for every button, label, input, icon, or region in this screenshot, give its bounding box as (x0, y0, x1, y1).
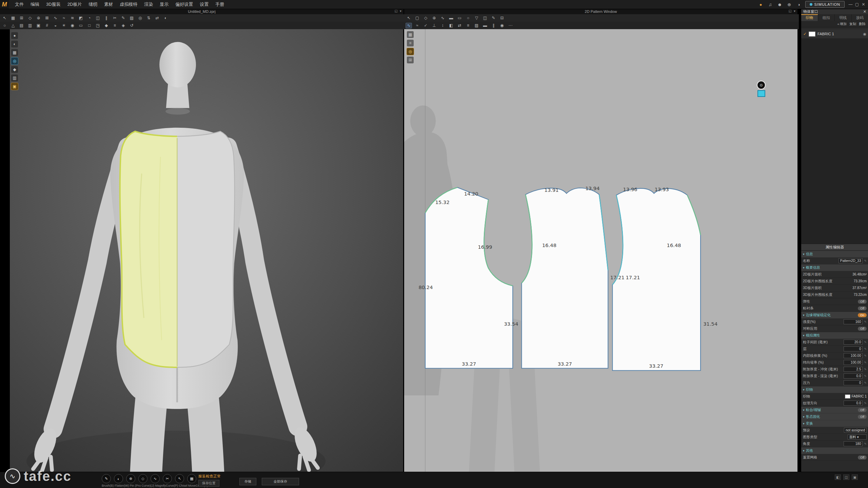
titlebar-3d[interactable]: Untitled_MD.zprj ◱▾ (0, 9, 403, 15)
prop-input[interactable]: 160 (844, 319, 863, 324)
mesh-tool-icon[interactable]: ▦ (187, 474, 196, 483)
view-texture-icon[interactable]: ▣ (11, 83, 18, 90)
pin-box-icon[interactable]: ⊠ (44, 15, 50, 21)
circle-icon[interactable]: ○ (465, 15, 471, 21)
pane-float-icon[interactable]: ◱ (789, 9, 792, 13)
menu-item-2[interactable]: 3D服装 (46, 1, 61, 7)
show-pattern-icon[interactable]: ▦ (407, 31, 414, 38)
grading-icon[interactable]: ≡ (465, 23, 471, 28)
menu-item-0[interactable]: 文件 (15, 1, 24, 7)
pin-show-icon[interactable]: ▣ (35, 23, 42, 28)
edit-pattern-icon[interactable]: ▢ (414, 15, 420, 21)
show-annotation-icon[interactable]: ◎ (407, 48, 414, 55)
free-sew-icon[interactable]: ≈ (61, 15, 67, 21)
view-mesh-icon[interactable]: ▦ (11, 49, 18, 56)
fabric-action-2[interactable]: 删除 (859, 22, 866, 26)
view-garment-icon[interactable]: ◐ (11, 41, 18, 47)
show-grid-icon[interactable]: ⊞ (407, 57, 414, 63)
layout-split-icon[interactable]: ◫ (843, 474, 849, 480)
update-badge-icon[interactable]: ● (758, 2, 764, 7)
camera-icon[interactable]: ◉ (69, 23, 76, 28)
toggle-off[interactable]: Off (858, 300, 867, 304)
tab-1[interactable]: 纽扣 (818, 14, 835, 21)
edit-icon[interactable]: ✎ (864, 341, 867, 344)
caret-icon[interactable]: ▾ (803, 422, 805, 425)
fabric-action-0[interactable]: ＋增加 (836, 22, 847, 26)
scissors-icon[interactable]: ✂ (112, 15, 118, 21)
steam-icon[interactable]: ◔ (86, 15, 93, 21)
prop-input[interactable]: 2.5 (844, 367, 863, 372)
pin-tool-icon[interactable]: ⊕ (126, 474, 135, 483)
show-seam-2d-icon[interactable]: ≡ (407, 40, 414, 46)
fabric-value[interactable]: FABRIC 1 (845, 394, 867, 399)
fabric-swatch[interactable] (809, 32, 815, 37)
front-view-icon[interactable]: ▭ (78, 23, 84, 28)
prop-input[interactable]: Pattern2D_33 (839, 258, 863, 263)
fold-arrange-icon[interactable]: ◩ (78, 15, 84, 21)
toggle-off[interactable]: Off (858, 415, 867, 419)
pleat-sew-icon[interactable]: ≋ (69, 15, 76, 21)
grid-icon[interactable]: # (44, 23, 50, 28)
prop-input[interactable]: 100.00 (844, 353, 863, 358)
caret-icon[interactable]: ▾ (803, 313, 805, 317)
caret-icon[interactable]: ▾ (803, 252, 805, 256)
prop-dropdown[interactable]: 面料 ▾ (848, 434, 867, 440)
prop-input[interactable]: 180 (844, 441, 863, 446)
menu-item-8[interactable]: 显示 (160, 1, 169, 7)
gizmo-icon[interactable]: ⇅ (145, 15, 152, 21)
seam-allowance-icon[interactable]: ⊟ (499, 15, 505, 21)
dart-icon[interactable]: ▽ (473, 15, 480, 21)
simulation-button[interactable]: SIMULATION (805, 1, 845, 8)
measure-2d-icon[interactable]: ∥ (490, 23, 497, 28)
shadow-icon[interactable]: ◒ (52, 23, 59, 28)
edit-icon[interactable]: ✎ (864, 320, 867, 324)
check-seam-icon[interactable]: ✓ (422, 23, 429, 28)
select-dots-icon[interactable]: ⋯ (507, 23, 514, 28)
arrangement-point-icon[interactable]: ⊙ (757, 81, 766, 89)
edit-icon[interactable]: ✎ (864, 402, 867, 405)
edit-point-icon[interactable]: ◇ (422, 15, 429, 21)
edit-icon[interactable]: ✎ (864, 347, 867, 351)
select-mesh-icon[interactable]: ▦ (10, 15, 16, 21)
maximize-button[interactable]: ▢ (854, 2, 860, 7)
check-icon[interactable]: ✓ (803, 32, 807, 36)
lasso-select-icon[interactable]: ◇ (27, 15, 33, 21)
menu-item-4[interactable]: 缝纫 (88, 1, 97, 7)
arrange-point-icon[interactable]: ◎ (137, 15, 143, 21)
grain-icon[interactable]: ↕ (439, 23, 446, 28)
layout-full-icon[interactable]: ▣ (852, 474, 858, 480)
fabric-list[interactable]: ✓ FABRIC 1 ◉ (801, 29, 868, 244)
app-logo[interactable]: M (0, 0, 9, 9)
close-button[interactable]: ✕ (861, 2, 866, 7)
toggle-off[interactable]: Off (858, 327, 867, 331)
caret-icon[interactable]: ▾ (803, 266, 805, 269)
prop-input[interactable]: 0.0 (844, 373, 863, 379)
mesh-show-icon[interactable]: ▤ (18, 23, 25, 28)
prop-input[interactable]: 0 (844, 380, 863, 385)
lasso-tool-icon[interactable]: ◇ (138, 474, 147, 483)
prop-dropdown[interactable]: not assigned (844, 428, 867, 433)
minimize-button[interactable]: — (848, 2, 853, 7)
settings-icon[interactable]: ◈ (120, 23, 126, 28)
object-window-header[interactable]: 物体窗口 ✕ (801, 9, 868, 14)
ortho-icon[interactable]: □ (86, 23, 93, 28)
display-icon[interactable]: ◐ (162, 15, 169, 21)
menu-item-9[interactable]: 偏好设置 (175, 1, 193, 7)
pen-tool-icon[interactable]: ✎ (102, 474, 111, 483)
shade-tool-icon[interactable]: ◐ (114, 474, 123, 483)
caret-icon[interactable]: ▾ (803, 388, 805, 391)
edit-icon[interactable]: ✎ (864, 374, 867, 378)
avatar-head[interactable] (159, 42, 196, 87)
measure-icon[interactable]: ∥ (103, 15, 110, 21)
prop-input[interactable]: 20.0 (844, 340, 863, 345)
prop-input[interactable]: 0.0 (844, 401, 863, 406)
edit-curve-icon[interactable]: ∿ (439, 15, 446, 21)
menu-item-6[interactable]: 虚拟模特 (120, 1, 137, 7)
add-point-icon[interactable]: ⊕ (431, 15, 437, 21)
fold-icon[interactable]: ◧ (448, 23, 454, 28)
zoom-fit-icon[interactable]: ◳ (95, 23, 101, 28)
history-icon[interactable]: ↺ (129, 23, 135, 28)
edit-icon[interactable]: ✎ (864, 354, 867, 358)
rectangle-icon[interactable]: ▭ (456, 15, 463, 21)
fabric-action-1[interactable]: 复制 (849, 22, 856, 26)
